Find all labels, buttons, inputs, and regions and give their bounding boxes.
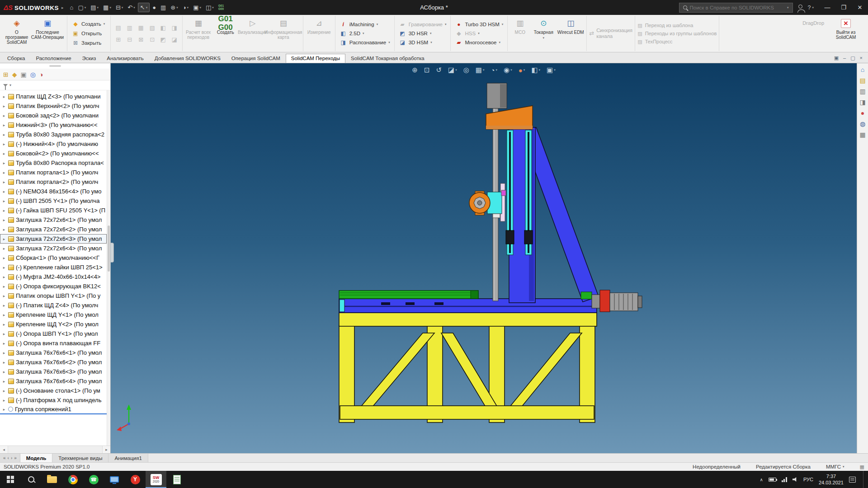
cnc-machine-model[interactable] bbox=[111, 63, 857, 453]
design-library-icon[interactable]: ▤ bbox=[859, 77, 865, 84]
turning-button[interactable]: ⊙ Токарная ▾ bbox=[530, 16, 557, 51]
select-cursor-icon[interactable]: ↖ ▾ bbox=[138, 3, 150, 12]
machine-bed[interactable] bbox=[339, 299, 597, 313]
cam-operation-button[interactable]: ◆ HSS ▾ bbox=[453, 30, 505, 37]
scroll-left-button[interactable]: ◂ bbox=[0, 447, 8, 452]
tree-item[interactable]: ▸ Крепление ЩД Y<1> (По умол bbox=[0, 310, 107, 319]
display-style-icon[interactable]: ◔ ▾ bbox=[491, 66, 498, 74]
save-icon[interactable]: ▦ ▾ bbox=[101, 3, 113, 12]
z-axis-head[interactable] bbox=[486, 83, 533, 129]
measure-button[interactable]: ⊿ Измерение bbox=[306, 16, 333, 51]
tree-item[interactable]: ▸ (-) Основание стола<1> (По ум bbox=[0, 386, 107, 395]
sync-small-icon[interactable]: ◪ bbox=[169, 34, 180, 45]
tree-item[interactable]: ▸ (-) Платик ЩД Z<4> (По умолч bbox=[0, 300, 107, 310]
file-properties-icon[interactable]: ▥ ▾ bbox=[159, 3, 168, 12]
tree-item[interactable]: ▸ (-) Муфта JM2-40x66-10x14<4> bbox=[0, 272, 107, 282]
fixture-icon[interactable]: ⊟ bbox=[124, 34, 135, 45]
scroll-right-button[interactable]: ▸ bbox=[103, 447, 110, 452]
volume-icon[interactable] bbox=[793, 477, 798, 482]
view-settings-icon[interactable]: ▣ ▾ bbox=[547, 66, 556, 74]
mco-button[interactable]: ▥ MCO bbox=[510, 16, 530, 51]
expand-arrow-icon[interactable]: ▸ bbox=[2, 132, 6, 137]
panel-splitter-handle[interactable] bbox=[111, 243, 114, 263]
new-window-icon[interactable]: ▣ ▾ bbox=[191, 3, 203, 12]
help-search-box[interactable]: ▾ bbox=[679, 3, 793, 13]
dragdrop-button[interactable]: DragDrop bbox=[802, 20, 824, 26]
tree-item[interactable]: ▸ (-) Платформа X под шпиндель bbox=[0, 395, 107, 405]
tree-item[interactable]: ▸ (-) Гайка ШВП SFU 2505 Y<1> (П bbox=[0, 206, 107, 215]
exit-solidcam-button[interactable]: × Выйти из SolidCAM bbox=[829, 16, 863, 51]
expand-arrow-icon[interactable]: ▸ bbox=[2, 237, 6, 241]
template-operation-button[interactable]: ▨ ТехПроцесс bbox=[637, 39, 717, 45]
cam-operation-button[interactable]: ◨ Распознавание ▾ bbox=[338, 39, 392, 46]
viewport-layout-icon[interactable]: ▣ bbox=[834, 56, 839, 61]
appearances-icon[interactable]: ● bbox=[861, 110, 864, 116]
expand-arrow-icon[interactable]: ▸ bbox=[2, 313, 6, 317]
carriage-assembly[interactable] bbox=[469, 183, 506, 221]
doc-restore-icon[interactable]: ▢ bbox=[850, 56, 855, 61]
simulate-small-icon[interactable]: ◧ bbox=[158, 22, 169, 33]
filter-icon[interactable] bbox=[3, 84, 8, 87]
last-tab-button[interactable]: » bbox=[14, 455, 17, 460]
expand-arrow-icon[interactable]: ▸ bbox=[2, 104, 6, 108]
template-operation-button[interactable]: ▨ Переход из шаблона bbox=[637, 23, 717, 28]
expand-arrow-icon[interactable]: ▸ bbox=[2, 227, 6, 232]
target-model-icon[interactable]: ▦ bbox=[136, 22, 146, 33]
tree-item[interactable]: ▸ Нижний<3> (По умолчанию<< bbox=[0, 120, 107, 130]
displaymanager-tab-icon[interactable]: ◑ bbox=[39, 71, 43, 78]
ribbon-tab[interactable]: SolidCAM Токарная обработка bbox=[345, 54, 430, 63]
remote-desktop-button[interactable] bbox=[104, 471, 125, 488]
view-palette-icon[interactable]: ◨ bbox=[859, 99, 865, 105]
tree-item[interactable]: ▸ Платик портала<1> (По умолч bbox=[0, 168, 107, 177]
ribbon-tab[interactable]: Анализировать bbox=[101, 54, 149, 63]
tree-item[interactable]: ▸ Заглушка 76x76x6<1> (По умол bbox=[0, 348, 107, 357]
taskbar-search-button[interactable] bbox=[21, 471, 42, 488]
work-table[interactable] bbox=[339, 291, 478, 299]
language-indicator[interactable]: РУС bbox=[803, 477, 813, 482]
filter-caret-icon[interactable]: ▾ bbox=[9, 83, 11, 87]
cam-operation-button[interactable]: i iMachining ▾ bbox=[338, 21, 389, 28]
expand-arrow-icon[interactable]: ▸ bbox=[2, 256, 6, 260]
tree-item[interactable]: ▸ Платик Верхний<2> (По умолч bbox=[0, 101, 107, 111]
tree-item[interactable]: ▸ Заглушка 76x76x6<4> (По умол bbox=[0, 376, 107, 386]
tree-item[interactable]: ▸ (-) Опора винта плавающая FF bbox=[0, 338, 107, 348]
tree-item[interactable]: ▸ (-) Опора фиксирующая BK12< bbox=[0, 282, 107, 291]
maximize-button[interactable]: ❐ bbox=[835, 0, 852, 15]
expand-arrow-icon[interactable]: ▸ bbox=[2, 199, 6, 203]
ribbon-tab[interactable]: Добавления SOLIDWORKS bbox=[149, 54, 226, 63]
expand-arrow-icon[interactable]: ▸ bbox=[2, 161, 6, 165]
generate-gcode-button[interactable]: G01 G00 Создать bbox=[212, 16, 239, 51]
zoom-fit-icon[interactable]: ⊕ ▾ bbox=[412, 66, 418, 74]
tree-item[interactable]: ▸ Боковой зад<2> (По умолчани bbox=[0, 111, 107, 120]
expand-arrow-icon[interactable]: ▸ bbox=[2, 113, 6, 118]
machine-icon[interactable]: ⊞ bbox=[113, 34, 124, 45]
expand-arrow-icon[interactable]: ▸ bbox=[2, 398, 6, 403]
cam-file-menu-item[interactable]: ◆ Создать ▾ bbox=[70, 20, 108, 28]
operation-settings-icon[interactable]: ⊡ bbox=[147, 34, 158, 45]
tree-item[interactable]: ▸ Крепление ЩД Y<2> (По умол bbox=[0, 319, 107, 329]
panel-grip[interactable] bbox=[0, 63, 110, 69]
status-grid-icon[interactable]: ▦ bbox=[860, 464, 864, 470]
battery-icon[interactable] bbox=[769, 478, 776, 482]
ribbon-tab[interactable]: Эскиз bbox=[77, 54, 102, 63]
expand-arrow-icon[interactable]: ▸ bbox=[2, 407, 6, 412]
tree-item[interactable]: ▸ (-) ШВП 2505 Y<1> (По умолча bbox=[0, 196, 107, 206]
recent-cam-operations-button[interactable]: ▣ Последние CAM-Операции bbox=[30, 16, 65, 51]
expand-arrow-icon[interactable]: ▸ bbox=[2, 189, 6, 194]
propertymanager-tab-icon[interactable]: ◆ bbox=[12, 71, 17, 78]
gantry-column[interactable] bbox=[506, 127, 599, 303]
expand-arrow-icon[interactable]: ▸ bbox=[2, 360, 6, 365]
gcode-icon[interactable]: G01 G00 ▾ bbox=[217, 3, 226, 12]
login-user-icon[interactable] bbox=[798, 5, 802, 9]
coord-system-icon[interactable]: ▤ bbox=[113, 22, 124, 33]
expand-arrow-icon[interactable]: ▸ bbox=[2, 351, 6, 355]
tree-item[interactable]: ▸ (-) NEMO34 86x156<4> (По умо bbox=[0, 187, 107, 196]
help-search-input[interactable] bbox=[690, 5, 784, 10]
cam-operation-button[interactable]: ▰ Гравирование ▾ bbox=[397, 21, 448, 28]
prev-tab-button[interactable]: ‹ bbox=[8, 455, 9, 460]
expand-arrow-icon[interactable]: ▸ bbox=[2, 389, 6, 393]
cam-file-menu-item[interactable]: ⊠ Закрыть ▾ bbox=[70, 39, 108, 47]
home-icon[interactable]: ⌂ bbox=[861, 66, 864, 73]
next-tab-button[interactable]: › bbox=[11, 455, 12, 460]
tree-item[interactable]: ▸ Заглушка 76x76x6<2> (По умол bbox=[0, 357, 107, 367]
